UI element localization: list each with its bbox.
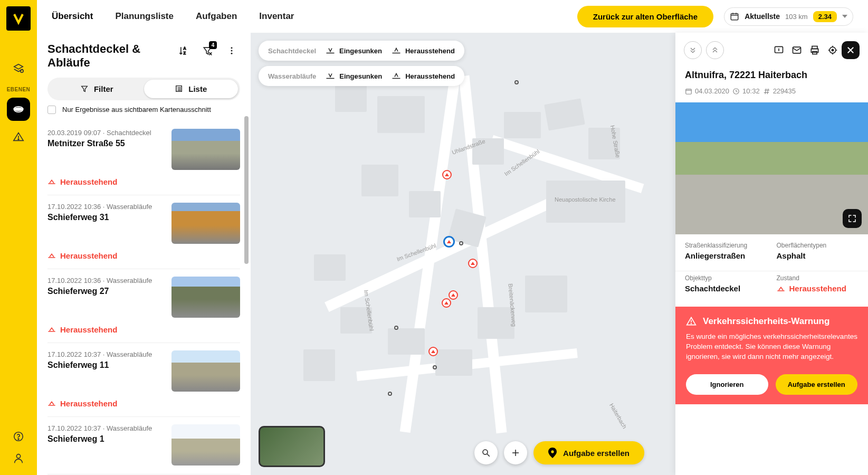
filter-clear-button[interactable]: 4 (199, 42, 216, 59)
photo-expand-button[interactable] (843, 209, 862, 228)
detail-print-button[interactable] (806, 41, 824, 59)
mini-map-toggle[interactable] (259, 426, 325, 467)
svg-rect-44 (686, 89, 692, 93)
detail-klass-value: Anliegerstraßen (685, 251, 767, 260)
map-dot[interactable] (514, 80, 519, 84)
rail-section-label: EBENEN (7, 87, 31, 92)
comment-icon (774, 45, 784, 55)
list-item-title: Schieferweg 11 (47, 360, 164, 370)
svg-point-6 (18, 439, 19, 440)
rail-layers-settings[interactable] (7, 57, 30, 80)
nav-tasks[interactable]: Aufgaben (196, 11, 237, 22)
list-item-title: Schieferweg 31 (47, 213, 164, 222)
create-task-button[interactable]: Aufgabe erstellen (533, 441, 644, 464)
svg-point-1 (14, 108, 23, 111)
legend-sunken-toggle[interactable]: Eingesunken (326, 46, 382, 55)
list-scrollbar[interactable] (244, 116, 249, 264)
svg-point-18 (231, 53, 233, 54)
svg-rect-8 (731, 14, 738, 20)
svg-point-16 (231, 47, 233, 49)
panel-more-button[interactable] (223, 42, 240, 59)
warning-ignore-button[interactable]: Ignorieren (686, 374, 768, 395)
detail-time: 10:32 (742, 87, 760, 95)
map-zoom-in-button[interactable] (504, 441, 527, 464)
map-dot[interactable] (433, 365, 437, 369)
rail-layer-covers[interactable] (7, 98, 30, 121)
detail-surface-value: Asphalt (777, 251, 859, 260)
rail-help[interactable] (13, 431, 24, 444)
map-dot[interactable] (388, 392, 392, 396)
app-logo[interactable] (6, 6, 31, 31)
rail-layer-hazards[interactable] (7, 125, 30, 148)
nav-planningslist[interactable]: Planungsliste (115, 11, 174, 22)
sort-button[interactable]: AZ (175, 42, 192, 59)
back-to-old-ui-button[interactable]: Zurück zur alten Oberfläche (577, 6, 713, 27)
list-item-meta: 20.03.2019 09:07 · Schachtdeckel (47, 129, 164, 137)
currency-distance: 103 km (785, 13, 808, 21)
create-task-label: Aufgabe erstellen (563, 449, 629, 458)
list-item-status: Herausstehend (47, 251, 240, 260)
legend-protruding-toggle[interactable]: Herausstehend (392, 71, 455, 81)
svg-point-4 (18, 139, 19, 140)
detail-photo (675, 102, 868, 234)
list-item-title: Schieferweg 27 (47, 287, 164, 296)
tab-filter[interactable]: Filter (50, 80, 144, 98)
locate-icon (827, 45, 838, 55)
list-item[interactable]: 17.10.2022 10:37 · Wasserabläufe Schiefe… (47, 343, 240, 417)
nav-inventory[interactable]: Inventar (259, 11, 294, 22)
tab-list-label: Liste (188, 84, 207, 93)
panel-tabs: Filter Liste (47, 78, 240, 100)
detail-title: Altnuifra, 72221 Haiterbach (675, 63, 868, 83)
map-dot[interactable] (394, 326, 398, 330)
map-dot[interactable] (459, 241, 463, 245)
detail-mail-button[interactable] (788, 41, 806, 59)
protruding-icon (47, 399, 56, 407)
list-item[interactable]: 17.10.2022 10:36 · Wasserabläufe Schiefe… (47, 269, 240, 343)
list-item-meta: 17.10.2022 10:36 · Wasserabläufe (47, 203, 164, 211)
list-item-thumb (171, 277, 240, 318)
svg-text:Z: Z (184, 51, 186, 55)
visible-only-checkbox[interactable] (47, 106, 56, 114)
warning-create-task-button[interactable]: Aufgabe erstellen (776, 374, 858, 395)
tab-list[interactable]: Liste (144, 80, 239, 98)
scroll-down-button[interactable] (684, 41, 702, 59)
detail-comment-button[interactable] (770, 41, 788, 59)
currency-selector[interactable]: Aktuellste 103 km 2.34 (724, 7, 853, 26)
detail-locate-button[interactable] (824, 41, 842, 59)
hash-icon (763, 88, 770, 95)
map-marker[interactable] (428, 347, 438, 356)
list-item[interactable]: 20.03.2019 09:07 · Schachtdeckel Metnitz… (47, 121, 240, 195)
svg-line-27 (487, 454, 490, 457)
mail-icon (791, 45, 802, 55)
protruding-icon (47, 251, 56, 260)
pin-icon (548, 448, 557, 458)
rail-account[interactable] (13, 452, 24, 466)
legend-protruding-toggle[interactable]: Herausstehend (392, 46, 455, 55)
detail-surface-label: Oberflächentypen (777, 242, 859, 249)
top-nav: Übersicht Planungsliste Aufgaben Inventa… (52, 11, 294, 22)
svg-text:A: A (184, 46, 186, 50)
legend-sunken-toggle[interactable]: Eingesunken (326, 71, 382, 81)
map-marker[interactable] (442, 298, 451, 308)
svg-point-26 (483, 450, 488, 454)
list-item-thumb (171, 350, 240, 392)
nav-overview[interactable]: Übersicht (52, 11, 93, 22)
map-search-button[interactable] (474, 441, 498, 464)
scroll-up-button[interactable] (706, 41, 724, 59)
filter-icon (80, 84, 89, 93)
list-item-title: Schieferweg 1 (47, 434, 164, 444)
map-marker-selected[interactable] (443, 236, 455, 248)
map-poi-label: Neuapostolische Kirche (555, 196, 616, 203)
list-item[interactable]: 17.10.2022 10:37 · Wasserabläufe Schiefe… (47, 417, 240, 474)
map-marker[interactable] (449, 290, 458, 300)
protruding-icon (392, 71, 401, 81)
list-item[interactable]: 17.10.2022 10:36 · Wasserabläufe Schiefe… (47, 195, 240, 269)
detail-close-button[interactable] (842, 41, 860, 59)
map-marker[interactable] (442, 170, 452, 179)
map-marker[interactable] (468, 259, 478, 268)
list-item-status: Herausstehend (47, 399, 240, 408)
svg-point-17 (231, 50, 233, 52)
legend-row-label: Wasserabläufe (268, 72, 316, 80)
detail-condition-label: Zustand (777, 274, 859, 282)
plus-icon (511, 448, 520, 458)
